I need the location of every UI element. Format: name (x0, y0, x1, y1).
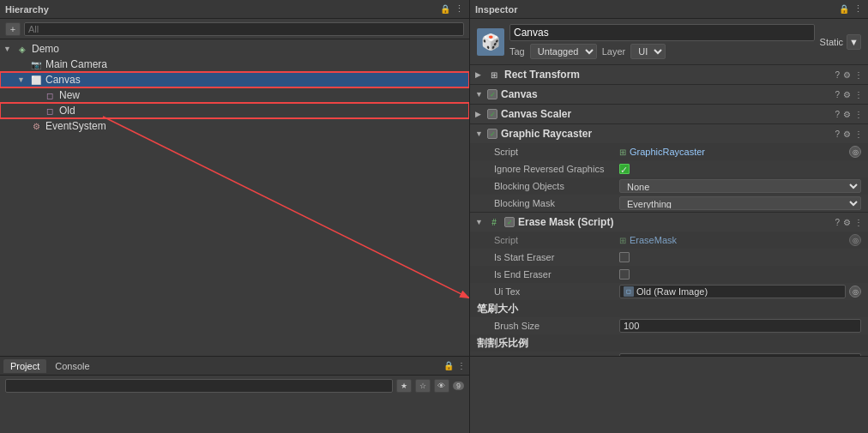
project-search-star1-btn[interactable]: ★ (396, 379, 412, 393)
gr-script-icon: ⊞ (619, 147, 626, 157)
project-badge-count: 9 (453, 382, 464, 390)
tree-item-canvas[interactable]: ▼ ⬜ Canvas (0, 72, 469, 87)
camera-icon: 📷 (29, 57, 43, 71)
canvas-comp-checkbox[interactable]: ✓ (487, 89, 497, 99)
component-canvas: ▼ ✓ Canvas ? ⚙ ⋮ (470, 85, 868, 105)
erase-mask-settings-icon[interactable]: ⚙ (843, 218, 851, 227)
inspector-header-icons: 🔒 ⋮ (838, 3, 863, 15)
rect-transform-arrow: ▶ (475, 70, 484, 79)
graphic-raycaster-header[interactable]: ▼ ✓ Graphic Raycaster ? ⚙ ⋮ (470, 124, 868, 143)
canvas-scaler-help-icon[interactable]: ? (835, 110, 840, 119)
obj-icon-new: ◻ (43, 88, 57, 102)
layer-select[interactable]: UI (630, 44, 666, 59)
gr-blocking-mask-select[interactable]: Everything (619, 196, 861, 210)
gr-ignore-label: Ignore Reversed Graphics (494, 164, 614, 174)
rect-transform-settings-icon[interactable]: ⚙ (843, 70, 851, 80)
erase-mask-help-icon[interactable]: ? (835, 218, 840, 227)
em-is-end-eraser-row: Is End Eraser (470, 266, 868, 283)
gr-blocking-objects-row: Blocking Objects None (470, 177, 868, 195)
inspector-title: Inspector (475, 4, 518, 15)
inspector-header: Inspector 🔒 ⋮ (470, 0, 868, 19)
tree-item-demo[interactable]: ▼ ◈ Demo (0, 41, 469, 57)
rate-cjk-label: 割割乐比例 (477, 336, 528, 351)
canvas-scaler-header[interactable]: ▶ ✓ Canvas Scaler ? ⚙ ⋮ (470, 105, 868, 123)
graphic-raycaster-checkbox[interactable]: ✓ (487, 129, 497, 139)
em-is-end-eraser-label: Is End Eraser (494, 269, 614, 280)
project-content (0, 396, 469, 433)
inspector-panel: Inspector 🔒 ⋮ 🎲 Tag Untagged Layer (470, 0, 868, 356)
folder-icon-demo: ◈ (15, 42, 29, 56)
gr-blocking-mask-value: Everything (619, 196, 861, 210)
em-script-select-btn[interactable]: ◎ (849, 234, 861, 246)
canvas-icon: ⬜ (29, 73, 43, 87)
hierarchy-title: Hierarchy (5, 4, 49, 15)
rect-transform-more-icon[interactable]: ⋮ (854, 70, 863, 80)
tree-label-old: Old (59, 105, 75, 117)
gr-script-select-btn[interactable]: ◎ (849, 146, 861, 158)
erase-mask-checkbox[interactable]: ✓ (504, 217, 515, 227)
em-ui-tex-value: ◻ Old (Raw Image) ◎ (619, 285, 861, 298)
component-erase-mask: ▼ # ✓ Erase Mask (Script) ? ⚙ ⋮ Script ⊞ (470, 213, 868, 356)
brush-size-label: Brush Size (494, 321, 614, 331)
canvas-comp-header[interactable]: ▼ ✓ Canvas ? ⚙ ⋮ (470, 85, 868, 104)
canvas-comp-settings-icon[interactable]: ⚙ (843, 90, 851, 99)
em-is-start-eraser-label: Is Start Eraser (494, 252, 614, 262)
tree-item-eventsystem[interactable]: ⚙ EventSystem (0, 118, 469, 134)
hierarchy-more-icon[interactable]: ⋮ (455, 3, 464, 15)
hierarchy-header: Hierarchy 🔒 ⋮ (0, 0, 469, 19)
em-is-start-eraser-checkbox[interactable] (619, 252, 630, 262)
em-ui-tex-select-btn[interactable]: ◎ (849, 286, 861, 298)
tab-console[interactable]: Console (48, 359, 96, 373)
canvas-scaler-arrow: ▶ (475, 110, 484, 118)
em-ui-tex-obj-icon: ◻ (624, 286, 634, 297)
tree-item-main-camera[interactable]: 📷 Main Camera (0, 57, 469, 72)
rect-transform-header[interactable]: ▶ ⊞ Rect Transform ? ⚙ ⋮ (470, 65, 868, 84)
tab-project[interactable]: Project (3, 359, 46, 373)
erase-mask-hash-icon: # (487, 215, 501, 229)
component-canvas-scaler: ▶ ✓ Canvas Scaler ? ⚙ ⋮ (470, 105, 868, 124)
canvas-comp-more-icon[interactable]: ⋮ (854, 90, 863, 99)
erase-mask-arrow: ▼ (475, 218, 484, 226)
em-is-end-eraser-checkbox[interactable] (619, 269, 630, 280)
gr-ignore-checkbox[interactable]: ✓ (619, 164, 630, 174)
project-search-eye-btn[interactable]: 👁 (434, 379, 449, 393)
tree-item-old[interactable]: ◻ Old (0, 103, 469, 118)
rect-transform-help-icon[interactable]: ? (835, 70, 840, 80)
object-name-input[interactable] (509, 24, 815, 41)
component-graphic-raycaster: ▼ ✓ Graphic Raycaster ? ⚙ ⋮ Script ⊞ Gra… (470, 124, 868, 213)
em-ui-tex-row: Ui Tex ◻ Old (Raw Image) ◎ (470, 283, 868, 300)
erase-mask-actions: ? ⚙ ⋮ (835, 218, 863, 227)
canvas-scaler-settings-icon[interactable]: ⚙ (843, 110, 851, 119)
graphic-raycaster-settings-icon[interactable]: ⚙ (843, 129, 851, 139)
static-dropdown-button[interactable]: ▼ (847, 34, 861, 50)
inspector-more-icon[interactable]: ⋮ (853, 3, 863, 15)
graphic-raycaster-help-icon[interactable]: ? (835, 129, 840, 139)
tag-label: Tag (509, 46, 525, 57)
erase-mask-header[interactable]: ▼ # ✓ Erase Mask (Script) ? ⚙ ⋮ (470, 213, 868, 232)
hierarchy-search-input[interactable] (24, 22, 464, 36)
tree-item-new[interactable]: ◻ New (0, 87, 469, 103)
em-ui-tex-label: Ui Tex (494, 286, 614, 297)
tag-select[interactable]: Untagged (530, 44, 597, 59)
gr-script-label: Script (494, 147, 614, 157)
graphic-raycaster-more-icon[interactable]: ⋮ (854, 129, 863, 139)
tree-label-demo: Demo (32, 43, 59, 55)
brush-size-input[interactable]: 100 (619, 319, 861, 333)
bottom-area: Project Console 🔒 ⋮ ★ ☆ 👁 9 (0, 356, 868, 433)
hierarchy-add-button[interactable]: + (5, 22, 21, 36)
em-script-name: EraseMask (630, 235, 677, 245)
obj-header: 🎲 Tag Untagged Layer UI S (470, 19, 868, 65)
canvas-comp-title: Canvas (501, 88, 831, 100)
em-ui-tex-field[interactable]: ◻ Old (Raw Image) (619, 285, 846, 298)
bottom-more-icon[interactable]: ⋮ (457, 361, 466, 370)
canvas-scaler-checkbox[interactable]: ✓ (487, 109, 497, 119)
tree-label-eventsystem: EventSystem (45, 120, 106, 132)
canvas-scaler-more-icon[interactable]: ⋮ (854, 110, 863, 119)
erase-mask-more-icon[interactable]: ⋮ (854, 218, 863, 227)
gr-blocking-objects-select[interactable]: None (619, 179, 861, 193)
canvas-comp-help-icon[interactable]: ? (835, 90, 840, 99)
gr-blocking-mask-row: Blocking Mask Everything (470, 195, 868, 212)
hierarchy-panel: Hierarchy 🔒 ⋮ + ▼ ◈ Demo 📷 Ma (0, 0, 470, 356)
project-search-input[interactable] (5, 379, 393, 393)
project-search-star2-btn[interactable]: ☆ (415, 379, 431, 393)
